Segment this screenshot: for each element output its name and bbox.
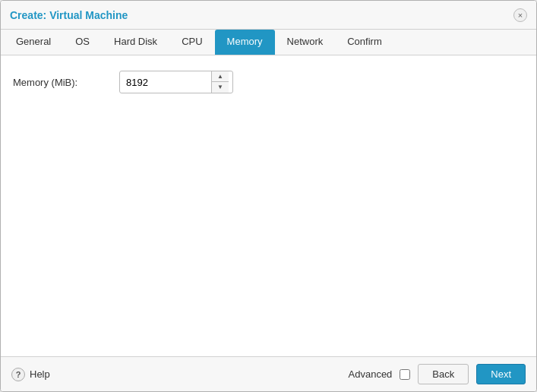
help-label: Help [30, 368, 50, 380]
tab-memory[interactable]: Memory [215, 30, 275, 55]
footer: ? Help Advanced Back Next [1, 356, 536, 391]
tab-bar: General OS Hard Disk CPU Memory Network … [1, 30, 536, 55]
close-button[interactable]: × [513, 8, 527, 22]
advanced-label: Advanced [349, 368, 393, 380]
help-icon[interactable]: ? [11, 368, 25, 381]
memory-increment-button[interactable]: ▲ [212, 71, 229, 82]
main-content: Memory (MiB): ▲ ▼ [1, 55, 536, 356]
back-button[interactable]: Back [418, 364, 469, 384]
create-vm-dialog: Create: Virtual Machine × General OS Har… [0, 0, 537, 392]
footer-left: ? Help [11, 368, 50, 381]
memory-row: Memory (MiB): ▲ ▼ [13, 71, 524, 93]
tab-os[interactable]: OS [63, 30, 102, 55]
tab-confirm[interactable]: Confirm [335, 30, 394, 55]
footer-right: Advanced Back Next [349, 364, 526, 384]
tab-cpu[interactable]: CPU [169, 30, 214, 55]
tab-general[interactable]: General [4, 30, 63, 55]
title-bar: Create: Virtual Machine × [1, 1, 536, 30]
memory-decrement-button[interactable]: ▼ [212, 82, 229, 93]
memory-input[interactable] [120, 74, 211, 91]
tab-hard-disk[interactable]: Hard Disk [102, 30, 169, 55]
dialog-title: Create: Virtual Machine [10, 9, 128, 21]
memory-spinner[interactable]: ▲ ▼ [119, 71, 233, 93]
next-button[interactable]: Next [476, 364, 526, 384]
advanced-checkbox[interactable] [400, 369, 410, 380]
spinner-buttons: ▲ ▼ [211, 71, 229, 93]
tab-network[interactable]: Network [275, 30, 336, 55]
memory-label: Memory (MiB): [13, 77, 119, 88]
